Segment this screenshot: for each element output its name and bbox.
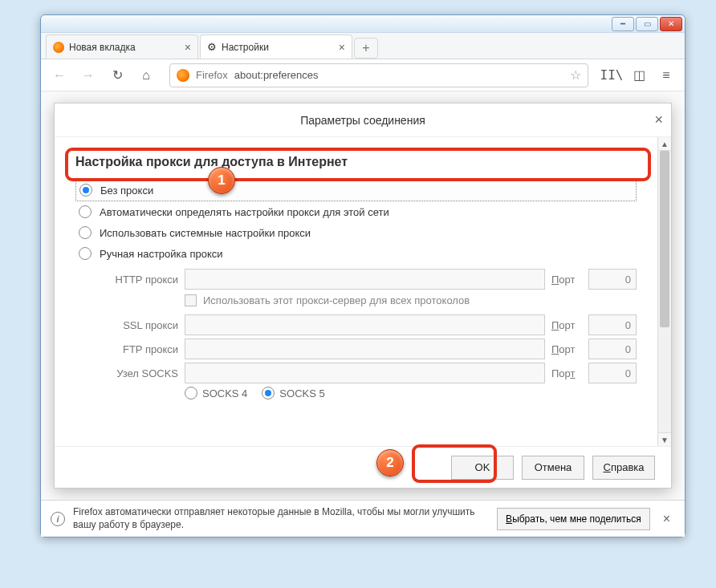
ssl-port-input[interactable] — [588, 314, 637, 335]
annotation-badge-1: 1 — [208, 167, 235, 194]
dialog-scrollbar[interactable]: ▲ ▼ — [657, 137, 671, 446]
socks-proxy-input[interactable] — [185, 363, 545, 383]
ftp-port-input[interactable] — [588, 339, 637, 359]
home-button[interactable]: ⌂ — [134, 63, 158, 87]
tab-new-tab[interactable]: Новая вкладка × — [46, 34, 198, 59]
minimize-button[interactable]: ━ — [612, 17, 634, 31]
ok-button[interactable]: OK — [451, 456, 514, 480]
port-label: Порт — [551, 367, 582, 379]
menu-button[interactable]: ≡ — [654, 63, 678, 87]
os-titlebar: ━ ▭ ✕ — [41, 15, 685, 33]
checkbox-label: Использовать этот прокси-сервер для всех… — [203, 294, 470, 306]
ssl-proxy-row: SSL прокси Порт — [75, 314, 637, 335]
cancel-button[interactable]: Отмена — [522, 456, 584, 480]
http-proxy-input[interactable] — [185, 269, 545, 290]
dialog-header: Параметры соединения × — [55, 103, 671, 137]
ftp-proxy-row: FTP прокси Порт — [75, 339, 637, 359]
scroll-up-icon[interactable]: ▲ — [658, 137, 671, 151]
annotation-badge-2: 2 — [376, 449, 404, 476]
dialog-footer: OK Отмена Справка — [55, 446, 671, 488]
window-close-button[interactable]: ✕ — [660, 17, 682, 31]
http-label: HTTP прокси — [75, 274, 178, 286]
socks-label: Узел SOCKS — [75, 367, 178, 379]
notification-close-icon[interactable]: × — [658, 509, 675, 529]
radio-label: SOCKS 5 — [279, 387, 324, 399]
url-brand: Firefox — [196, 69, 228, 81]
firefox-icon — [53, 42, 64, 53]
new-tab-button[interactable]: + — [354, 38, 378, 59]
connection-settings-dialog: Параметры соединения × Настройка прокси … — [54, 103, 672, 489]
ssl-label: SSL прокси — [75, 319, 178, 331]
dialog-scroll-area: Настройка прокси для доступа в Интернет … — [55, 137, 657, 446]
back-button[interactable]: ← — [47, 63, 71, 87]
radio-icon[interactable] — [79, 184, 92, 197]
radio-label: Использовать системные настройки прокси — [100, 227, 311, 239]
url-text: about:preferences — [234, 69, 319, 81]
tab-settings[interactable]: Настройки × — [200, 34, 352, 59]
dialog-close-icon[interactable]: × — [654, 112, 663, 128]
ftp-label: FTP прокси — [75, 343, 178, 355]
radio-label: Ручная настройка прокси — [100, 248, 223, 260]
bookmark-star-icon[interactable]: ☆ — [570, 67, 581, 83]
radio-icon[interactable] — [262, 387, 275, 399]
tab-label: Новая вкладка — [69, 42, 136, 53]
port-label: Порт — [551, 274, 582, 286]
port-label: Порт — [551, 319, 582, 331]
socks-port-input[interactable] — [588, 363, 637, 383]
checkbox-icon[interactable] — [185, 294, 197, 306]
radio-icon[interactable] — [79, 205, 92, 218]
http-port-input[interactable] — [588, 269, 637, 290]
ftp-proxy-input[interactable] — [185, 339, 545, 359]
scroll-thumb[interactable] — [660, 151, 669, 327]
proxy-form: HTTP прокси Порт Использовать этот прокс… — [75, 269, 637, 399]
radio-auto-detect[interactable]: Автоматически определять настройки прокс… — [75, 201, 637, 222]
tab-close-icon[interactable]: × — [339, 41, 345, 54]
scroll-down-icon[interactable]: ▼ — [658, 432, 671, 446]
sidebar-button[interactable]: ◫ — [627, 63, 651, 87]
radio-socks4[interactable]: SOCKS 4 — [185, 387, 247, 399]
tab-label: Настройки — [222, 42, 269, 53]
radio-no-proxy[interactable]: Без прокси — [75, 179, 637, 201]
firefox-icon — [177, 69, 189, 82]
radio-label: Без прокси — [100, 185, 153, 197]
radio-system-proxy[interactable]: Использовать системные настройки прокси — [75, 222, 637, 243]
radio-label: Автоматически определять настройки прокс… — [100, 206, 389, 218]
tab-close-icon[interactable]: × — [185, 41, 191, 54]
notification-choose-button[interactable]: Выбрать, чем мне поделиться — [497, 508, 650, 530]
notification-text: Firefox автоматически отправляет некотор… — [73, 506, 489, 531]
library-button[interactable]: II\ — [600, 63, 624, 87]
radio-socks5[interactable]: SOCKS 5 — [262, 387, 324, 399]
radio-label: SOCKS 4 — [202, 387, 247, 399]
port-label: Порт — [551, 343, 582, 355]
address-bar[interactable]: Firefox about:preferences ☆ — [169, 63, 588, 87]
forward-button[interactable]: → — [76, 63, 100, 87]
socks-version-row: SOCKS 4 SOCKS 5 — [185, 387, 637, 399]
nav-toolbar: ← → ↻ ⌂ Firefox about:preferences ☆ II\ … — [41, 59, 685, 91]
gear-icon — [207, 41, 217, 53]
notification-bar: i Firefox автоматически отправляет некот… — [41, 500, 685, 537]
dialog-title: Параметры соединения — [300, 114, 425, 127]
content-area: Параметры соединения × Настройка прокси … — [41, 91, 685, 500]
dialog-body: Настройка прокси для доступа в Интернет … — [55, 137, 671, 446]
radio-icon[interactable] — [79, 247, 92, 260]
maximize-button[interactable]: ▭ — [636, 17, 658, 31]
ssl-proxy-input[interactable] — [185, 314, 545, 335]
http-proxy-row: HTTP прокси Порт — [75, 269, 637, 290]
use-for-all-row[interactable]: Использовать этот прокси-сервер для всех… — [185, 294, 637, 306]
section-title: Настройка прокси для доступа в Интернет — [75, 155, 637, 169]
help-button[interactable]: Справка — [592, 456, 655, 480]
info-icon: i — [51, 512, 65, 526]
radio-icon[interactable] — [185, 387, 197, 399]
socks-proxy-row: Узел SOCKS Порт — [75, 363, 637, 383]
browser-window: ━ ▭ ✕ Новая вкладка × Настройки × + ← → … — [40, 14, 685, 537]
radio-manual-proxy[interactable]: Ручная настройка прокси — [75, 243, 637, 264]
tab-strip: Новая вкладка × Настройки × + — [41, 33, 685, 59]
reload-button[interactable]: ↻ — [105, 63, 129, 87]
radio-icon[interactable] — [79, 226, 92, 239]
